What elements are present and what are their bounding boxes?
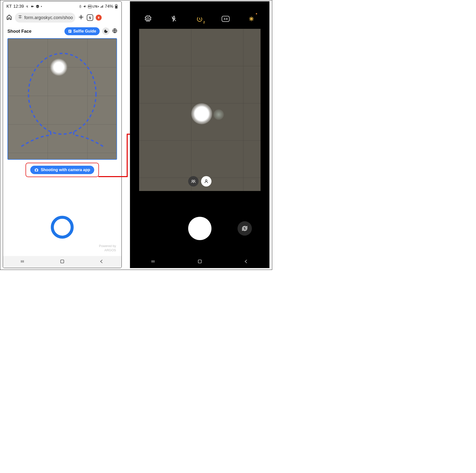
camera-icon (34, 168, 39, 172)
slack-icon (25, 5, 29, 8)
selfie-guide-button[interactable]: Selfie Guide (64, 27, 100, 35)
svg-rect-4 (80, 5, 81, 6)
carrier: KT (6, 4, 12, 9)
video-icon (30, 5, 34, 8)
indicator-dot (256, 13, 257, 14)
page-title: Shoot Face (7, 29, 31, 34)
dark-mode-toggle[interactable] (102, 28, 110, 35)
camera-viewfinder (139, 29, 261, 191)
recents-button[interactable] (151, 259, 156, 265)
single-mode-button[interactable] (201, 176, 211, 187)
url-bar[interactable]: form.argoskyc.com/shoo (15, 13, 75, 23)
site-settings-icon[interactable] (18, 15, 22, 21)
aspect-ratio-icon[interactable]: 3:4 (221, 15, 230, 23)
back-button[interactable] (99, 259, 104, 265)
chat-icon: TALK (36, 5, 39, 8)
back-button[interactable] (243, 259, 249, 265)
browser-toolbar: form.argoskyc.com/shoo 5 (3, 10, 121, 25)
new-tab-icon[interactable] (78, 14, 84, 21)
android-nav-bar (130, 256, 269, 268)
selfie-guide-label: Selfie Guide (73, 29, 96, 33)
face-outline-guide (8, 39, 117, 158)
tab-count[interactable]: 5 (87, 14, 93, 21)
flash-off-icon[interactable] (170, 15, 178, 23)
svg-rect-16 (69, 31, 71, 31)
camera-top-toolbar: 2 3:4 (130, 1, 269, 29)
group-mode-button[interactable] (188, 176, 199, 187)
battery-icon (114, 5, 118, 8)
powered-by: Powered by ARGOS (99, 244, 116, 252)
recents-button[interactable] (20, 259, 26, 265)
battery-percentage: 74% (105, 4, 113, 9)
app-header: Shoot Face Selfie Guide (3, 25, 121, 37)
svg-rect-36 (198, 260, 201, 263)
mute-icon (83, 5, 87, 8)
battery-saver-icon (79, 5, 82, 8)
action-callout: Shooting with camera app (26, 163, 99, 177)
shoot-button-label: Shooting with camera app (41, 168, 90, 172)
camera-app-phone: 2 3:4 (130, 1, 269, 268)
svg-rect-7 (115, 6, 117, 8)
globe-icon[interactable] (112, 28, 118, 34)
home-icon[interactable] (6, 14, 12, 21)
svg-text:3:4: 3:4 (224, 17, 228, 20)
browser-phone: KT 12:39 TALK HD (3, 1, 122, 268)
shoot-with-camera-button[interactable]: Shooting with camera app (30, 166, 94, 174)
signal-icon (100, 5, 104, 8)
switch-camera-button[interactable] (238, 221, 252, 236)
svg-rect-0 (31, 6, 33, 7)
svg-point-35 (205, 180, 207, 181)
shutter-controls (130, 215, 269, 242)
home-button[interactable] (197, 259, 203, 265)
svg-point-13 (20, 17, 21, 18)
magic-wand-icon[interactable] (247, 15, 256, 23)
timer-icon[interactable]: 2 (195, 15, 204, 23)
android-nav-bar (3, 256, 121, 268)
svg-rect-15 (69, 31, 71, 31)
clock: 12:39 (13, 4, 24, 9)
svg-point-33 (192, 180, 193, 182)
svg-rect-17 (69, 32, 70, 32)
more-indicator (41, 6, 42, 7)
gear-icon[interactable] (144, 15, 152, 23)
timer-value: 2 (203, 21, 205, 24)
status-bar: KT 12:39 TALK HD (3, 1, 121, 10)
home-button[interactable] (60, 259, 65, 265)
svg-point-19 (29, 53, 96, 134)
shutter-button[interactable] (188, 217, 211, 240)
svg-rect-20 (61, 260, 64, 263)
network-type: LTE+ (93, 5, 99, 8)
annotation-arrow (127, 134, 128, 177)
ceiling-light (191, 103, 212, 124)
hd-icon: HD (88, 5, 92, 8)
lens-flare (213, 109, 224, 120)
annotation-arrow (98, 176, 127, 177)
svg-rect-6 (116, 4, 117, 5)
svg-point-34 (193, 180, 195, 182)
url-text: form.argoskyc.com/shoo (24, 15, 73, 20)
camera-preview (7, 38, 117, 160)
svg-text:TALK: TALK (36, 6, 39, 7)
extension-icon[interactable] (96, 15, 102, 21)
svg-point-10 (20, 15, 21, 16)
capture-button[interactable] (51, 216, 74, 239)
people-mode-toggle (188, 176, 211, 187)
